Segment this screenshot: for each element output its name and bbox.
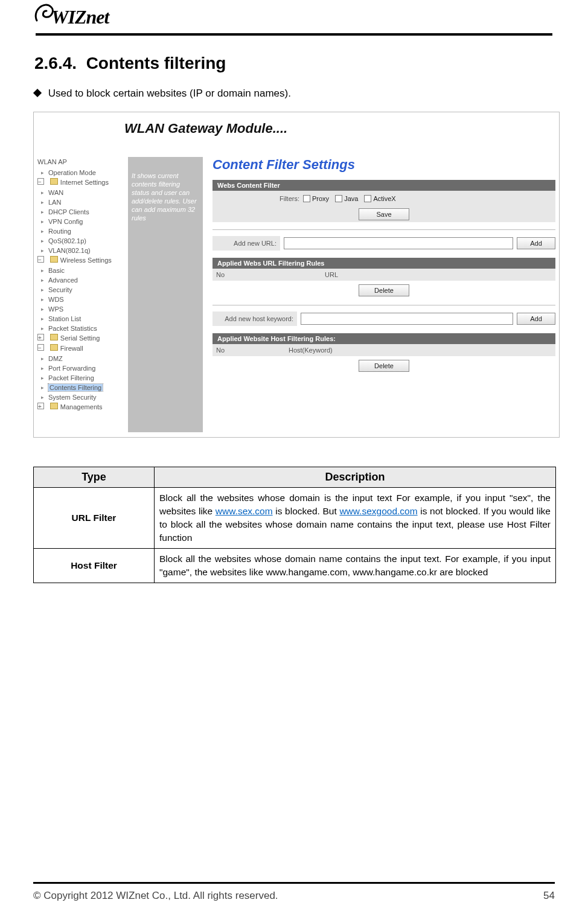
footer-divider (33, 882, 555, 884)
host-rules-block: Applied Website Host Filtering Rules: No… (213, 333, 555, 373)
header-divider (36, 33, 552, 36)
page-footer: © Copyright 2012 WIZnet Co., Ltd. All ri… (33, 882, 555, 902)
filters-label: Filters: (213, 195, 303, 202)
add-host-input[interactable] (301, 313, 513, 325)
add-host-label: Add new host keyword: (213, 311, 297, 326)
logo-swirl-icon (33, 2, 55, 24)
webs-filter-bar: Webs Content Filter (213, 180, 555, 191)
tree-node[interactable]: Port Forwarding (37, 363, 122, 373)
brand-logo: WIZnet (33, 6, 555, 28)
diamond-icon (33, 89, 42, 97)
section-heading: 2.6.4. Contents filtering (34, 54, 555, 73)
logo-text: WIZnet (51, 6, 109, 28)
proxy-checkbox[interactable]: Proxy (303, 195, 329, 202)
nav-tree: WLAN AP Operation Mode Internet Settings… (37, 157, 122, 412)
tree-node[interactable]: Packet Statistics (37, 324, 122, 333)
intro-text: Used to block certain websites (IP or do… (48, 88, 291, 99)
table-row: Host Filter Block all the websites whose… (34, 549, 556, 583)
link-sexgood-com[interactable]: www.sexgood.com (339, 506, 417, 516)
tree-node[interactable]: Packet Filtering (37, 373, 122, 383)
tree-folder-serial[interactable]: Serial Setting (37, 333, 122, 343)
table-row: URL Filter Block all the websites whose … (34, 488, 556, 549)
tree-root: WLAN AP (37, 157, 122, 167)
col-no: No (213, 269, 321, 281)
col-host: Host(Keyword) (285, 344, 555, 356)
url-rules-bar: Applied Webs URL Filtering Rules (213, 258, 555, 269)
tree-node[interactable]: LAN (37, 197, 122, 207)
desc-cell: Block all the websites whose domain is t… (155, 488, 556, 549)
add-url-label: Add new URL: (213, 236, 280, 251)
main-panel: Content Filter Settings Webs Content Fil… (213, 157, 555, 433)
add-url-row: Add new URL: Add (213, 236, 555, 251)
tree-node[interactable]: VLAN(802.1q) (37, 246, 122, 255)
add-host-button[interactable]: Add (517, 313, 555, 325)
tree-folder-managements[interactable]: Managements (37, 402, 122, 412)
tree-node[interactable]: WPS (37, 304, 122, 314)
save-button[interactable]: Save (359, 208, 409, 220)
type-cell: URL Filter (34, 488, 155, 549)
col-url: URL (321, 269, 555, 281)
section-title: Contents filtering (86, 54, 226, 72)
add-url-button[interactable]: Add (517, 237, 555, 249)
webs-content-filter-block: Webs Content Filter Filters: Proxy Java … (213, 180, 555, 222)
host-rules-bar: Applied Website Host Filtering Rules: (213, 333, 555, 344)
tree-node[interactable]: DHCP Clients (37, 207, 122, 217)
tree-node[interactable]: Station List (37, 314, 122, 324)
th-desc: Description (155, 467, 556, 488)
tree-node[interactable]: Routing (37, 226, 122, 236)
page-number: 54 (543, 890, 555, 902)
type-cell: Host Filter (34, 549, 155, 583)
tree-folder-wireless[interactable]: Wireless Settings (37, 255, 122, 266)
th-type: Type (34, 467, 155, 488)
module-banner: WLAN Gateway Module.... (124, 121, 287, 136)
help-sidebar: It shows current contents filtering stat… (128, 157, 203, 432)
tree-folder-firewall[interactable]: Firewall (37, 343, 122, 354)
tree-node[interactable]: DMZ (37, 354, 122, 363)
java-checkbox[interactable]: Java (335, 195, 358, 202)
tree-node[interactable]: Basic (37, 266, 122, 275)
section-number: 2.6.4. (34, 54, 77, 72)
tree-folder-internet[interactable]: Internet Settings (37, 177, 122, 188)
delete-url-button[interactable]: Delete (359, 284, 409, 296)
add-host-row: Add new host keyword: Add (213, 311, 555, 326)
tree-node[interactable]: WAN (37, 188, 122, 197)
activex-checkbox[interactable]: ActiveX (364, 195, 395, 202)
tree-node[interactable]: Advanced (37, 275, 122, 285)
copyright-text: © Copyright 2012 WIZnet Co., Ltd. All ri… (33, 890, 278, 902)
tree-node[interactable]: Operation Mode (37, 168, 122, 177)
divider (213, 229, 555, 230)
url-rules-block: Applied Webs URL Filtering Rules No URL … (213, 258, 555, 298)
description-table: Type Description URL Filter Block all th… (33, 467, 556, 583)
desc-cell: Block all the websites whose domain name… (155, 549, 556, 583)
link-sex-com[interactable]: www.sex.com (216, 506, 273, 516)
tree-node[interactable]: Security (37, 285, 122, 295)
panel-title: Content Filter Settings (213, 157, 555, 173)
intro-bullet: Used to block certain websites (IP or do… (34, 88, 555, 100)
col-no: No (213, 344, 285, 356)
tree-node[interactable]: VPN Config (37, 217, 122, 226)
embedded-screenshot: WLAN Gateway Module.... WLAN AP Operatio… (33, 112, 560, 438)
tree-node[interactable]: System Security (37, 392, 122, 402)
divider (213, 305, 555, 305)
tree-node-selected[interactable]: Contents Filtering (37, 383, 122, 392)
add-url-input[interactable] (284, 237, 513, 249)
delete-host-button[interactable]: Delete (359, 360, 409, 372)
tree-node[interactable]: WDS (37, 295, 122, 304)
tree-node[interactable]: QoS(802.1p) (37, 236, 122, 246)
